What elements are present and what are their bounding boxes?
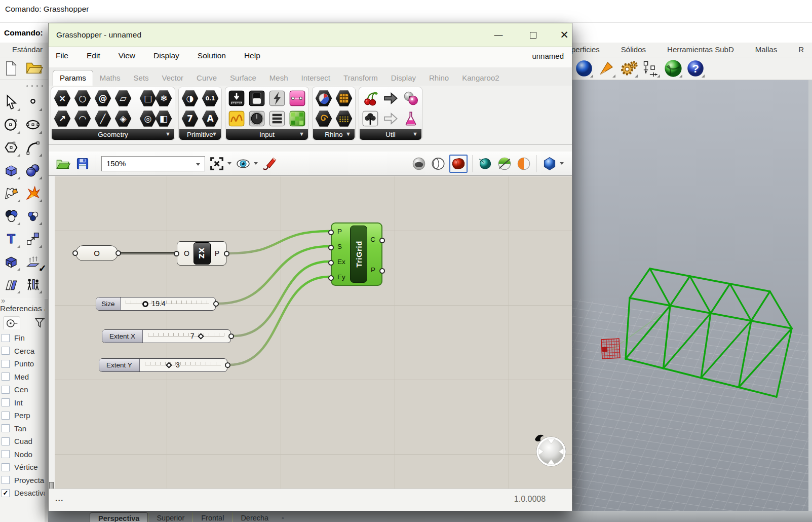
menu-edit[interactable]: Edit (87, 51, 100, 60)
input-nub[interactable] (328, 260, 334, 266)
rhino-tool-sphere-tool[interactable] (23, 160, 43, 180)
expand-group-icon[interactable]: ▼ (212, 131, 217, 137)
sketch-icon[interactable] (226, 108, 247, 129)
primitive-integer-icon[interactable]: 7 (180, 108, 200, 129)
custom-preview-icon[interactable] (516, 156, 532, 172)
no-preview-icon[interactable] (411, 156, 427, 172)
viewport-3d[interactable] (572, 80, 812, 511)
output-nub[interactable] (379, 268, 385, 274)
sphere-tool-icon[interactable] (574, 58, 594, 79)
rhino-tool-point[interactable] (23, 91, 43, 112)
checkbox[interactable] (2, 412, 10, 420)
gh-tab-kangaroo2[interactable]: Kangaroo2 (455, 70, 506, 86)
checkbox[interactable] (2, 424, 10, 432)
zoom-level-combo[interactable]: 150% (101, 156, 205, 171)
status-more[interactable]: ... (55, 494, 63, 503)
expand-group-icon[interactable]: ▼ (165, 131, 171, 137)
gh-tab-maths[interactable]: Maths (93, 70, 127, 86)
osnap-tab-icon[interactable] (3, 316, 20, 329)
relay-arrow-icon[interactable] (380, 88, 401, 108)
osnap-item-cen[interactable]: Cen (0, 383, 48, 396)
rhino-tool-solid-edit-tool[interactable] (1, 251, 21, 272)
number-slider-size[interactable]: Size19.4 (96, 297, 216, 311)
input-nub[interactable] (174, 251, 179, 256)
slider-track[interactable]: 7 (143, 330, 230, 343)
primitive-number-icon[interactable]: 0.1 (200, 88, 220, 108)
checkbox[interactable] (2, 360, 10, 368)
gh-tab-display[interactable]: Display (384, 70, 422, 86)
output-nub[interactable] (379, 238, 385, 243)
geometry-vector-icon[interactable]: ↗ (52, 108, 72, 129)
gradient-icon[interactable] (287, 108, 307, 129)
rhino-tool-select-cursor[interactable] (1, 91, 21, 112)
gh-tab-vector[interactable]: Vector (156, 70, 190, 86)
menu-file[interactable]: File (56, 51, 68, 60)
rhino-tool-ellipse-tool[interactable] (23, 114, 43, 135)
input-nub[interactable] (72, 250, 78, 256)
wireframe-preview-icon[interactable] (430, 156, 446, 172)
rhino-tool-curve-tool[interactable] (23, 137, 43, 158)
gh-tab-sets[interactable]: Sets (127, 70, 156, 86)
dropdown-caret[interactable] (227, 162, 231, 165)
selected-only-preview-icon[interactable] (477, 156, 493, 172)
number-slider-extent-x[interactable]: Extent X7 (102, 329, 231, 343)
checkbox[interactable] (2, 463, 10, 471)
tree-icon[interactable] (360, 108, 380, 129)
new-document-icon[interactable] (3, 59, 19, 78)
button-icon[interactable] (267, 88, 287, 108)
input-nub[interactable] (328, 245, 334, 250)
rhino-tool-explode-tool[interactable] (23, 182, 43, 203)
minimize-button[interactable]: — (491, 28, 506, 42)
checkbox[interactable] (2, 347, 10, 355)
gh-tab-transform[interactable]: Transform (337, 70, 384, 86)
output-nub[interactable] (224, 251, 229, 256)
geometry-rectangle-icon[interactable]: ▱ (113, 88, 133, 108)
viewport-tab-derecha[interactable]: Derecha (232, 512, 277, 522)
checkbox[interactable] (2, 476, 10, 484)
rhino-tool-box-tool[interactable] (1, 160, 21, 180)
slider-output-nub[interactable] (225, 362, 230, 368)
rhino-tool-text-tool[interactable]: T (1, 228, 21, 249)
xz-plane-component[interactable]: OXZP (177, 241, 226, 266)
expand-group-icon[interactable]: ▼ (412, 131, 418, 137)
preview-eye-icon[interactable] (235, 156, 251, 172)
rhino-tool-polygon-tool[interactable] (1, 137, 21, 158)
geometry-twisted-box-icon[interactable]: ❄ (153, 88, 174, 108)
rhino-tab-r[interactable]: R (798, 45, 804, 54)
hide-preview-icon[interactable] (496, 156, 513, 172)
gears-settings-icon[interactable] (618, 58, 639, 79)
checkbox[interactable] (2, 450, 10, 458)
road-param-icon[interactable] (334, 108, 354, 129)
gh-tab-rhino[interactable]: Rhino (422, 70, 455, 86)
grasshopper-titlebar[interactable]: Grasshopper - unnamed — ✕ (49, 23, 572, 47)
geometry-spiral-icon[interactable]: @ (93, 88, 113, 108)
rhino-tool-plugins-tool[interactable] (1, 182, 21, 203)
output-nub[interactable] (115, 250, 121, 256)
gh-tab-params[interactable]: Params (53, 70, 93, 86)
geometry-surface-icon[interactable]: ◧ (153, 108, 174, 129)
menu-display[interactable]: Display (153, 51, 179, 60)
slider-track[interactable]: 19.4 (121, 297, 215, 310)
osnap-item-tan[interactable]: Tan (0, 422, 48, 435)
slider-output-nub[interactable] (228, 333, 234, 339)
number-slider-icon[interactable] (226, 88, 247, 108)
grasshopper-canvas[interactable]: OOXZP TriGrid PSExEy CP Size19.4Extent X… (55, 176, 572, 489)
param-origin-pill[interactable]: O (75, 245, 118, 261)
dropdown-caret[interactable] (560, 162, 564, 165)
shaded-preview-icon[interactable] (449, 155, 468, 173)
rhino-tool-scale-tool[interactable] (23, 228, 43, 249)
jump-arrow-icon[interactable] (380, 108, 401, 129)
osnap-item-nodo[interactable]: Nodo (0, 448, 48, 461)
menu-view[interactable]: View (119, 51, 135, 60)
osnap-item-punto[interactable]: Punto (0, 357, 48, 370)
cherries-icon[interactable] (360, 88, 380, 108)
viewport-tab-menu-icon[interactable]: ▫ (282, 515, 284, 521)
geometry-null-icon[interactable]: × (52, 88, 72, 108)
input-nub[interactable] (328, 230, 334, 235)
rhino-tool-circle-tool[interactable] (1, 114, 21, 135)
geometry-line-icon[interactable]: ╱ (93, 108, 113, 129)
rhino-tool-constraint-tool[interactable] (23, 274, 43, 294)
slider-track[interactable]: 3 (140, 359, 227, 371)
panel-icon[interactable] (287, 88, 307, 108)
value-list-icon[interactable] (267, 108, 287, 129)
